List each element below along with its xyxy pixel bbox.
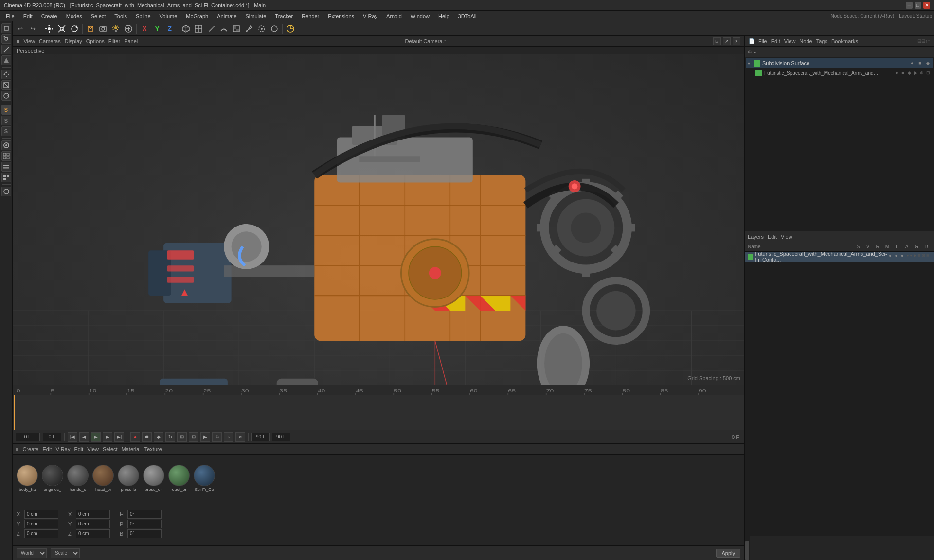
tool-circle[interactable] (1, 187, 11, 196)
menu-render[interactable]: Render (298, 12, 323, 20)
y-position-field[interactable]: 0 cm (24, 520, 58, 528)
icon-move[interactable] (43, 23, 55, 35)
menu-extensions[interactable]: Extensions (324, 12, 358, 20)
end-frame-field-2[interactable]: 90 F (272, 433, 290, 441)
rp-edit[interactable]: Edit (771, 38, 780, 44)
scrollbar-thumb[interactable] (745, 541, 749, 560)
maximize-button[interactable]: □ (915, 2, 921, 9)
icon-xaxis[interactable]: X (139, 23, 150, 35)
mat-view[interactable]: View (87, 446, 99, 452)
b-field[interactable]: 0° (127, 529, 162, 538)
menu-file[interactable]: File (2, 12, 18, 20)
layer-r-icon[interactable]: ● (899, 253, 905, 260)
layer-s-icon[interactable]: ● (887, 253, 893, 260)
redo-button[interactable]: ↪ (27, 23, 39, 35)
mat-select[interactable]: Select (103, 446, 118, 452)
tool-s3[interactable]: S (1, 126, 11, 136)
mat-create[interactable]: Create (22, 446, 38, 452)
icon-add[interactable] (123, 23, 134, 35)
material-press1[interactable]: press.la (118, 465, 139, 492)
icon-box[interactable] (180, 23, 192, 35)
tool-ring[interactable] (1, 140, 11, 150)
vp-expand[interactable]: ↗ (723, 37, 731, 45)
layers-view[interactable]: View (781, 234, 792, 240)
menu-vray[interactable]: V-Ray (359, 12, 381, 20)
mat-edit[interactable]: Edit (42, 446, 52, 452)
icon-camera[interactable] (97, 23, 109, 35)
next-frame-button[interactable]: ▶ (103, 432, 112, 442)
icon-scale[interactable] (56, 23, 68, 35)
icon-knife[interactable] (205, 23, 217, 35)
ss-icon-1[interactable]: ● (909, 61, 916, 66)
tool-s[interactable]: S (1, 105, 11, 115)
vp-view[interactable]: View (23, 38, 35, 44)
tool-edge-mode[interactable] (1, 45, 11, 54)
menu-simulate[interactable]: Simulate (242, 12, 270, 20)
icon-render-preview[interactable] (285, 23, 296, 35)
tool-point-mode[interactable] (1, 34, 11, 44)
icon-light[interactable] (110, 23, 122, 35)
tool-polygon-mode[interactable] (1, 55, 11, 65)
icon-yaxis[interactable]: Y (151, 23, 163, 35)
rewind-button[interactable]: |◀ (68, 432, 77, 442)
right-scrollbar[interactable] (745, 536, 750, 560)
material-react[interactable]: react_en (168, 465, 190, 492)
menu-volume[interactable]: Volume (156, 12, 181, 20)
undo-button[interactable]: ↩ (15, 23, 26, 35)
menu-edit[interactable]: Edit (19, 12, 36, 20)
vp-close[interactable]: ✕ (733, 37, 740, 45)
tool-layers[interactable] (1, 162, 11, 172)
tool-s2[interactable]: S (1, 116, 11, 125)
rp-tags[interactable]: Tags (816, 38, 827, 44)
end-frame-field[interactable]: 90 F (251, 433, 270, 441)
material-head[interactable]: head_bi (92, 465, 114, 492)
icon-paint[interactable] (243, 23, 255, 35)
menu-window[interactable]: Window (407, 12, 433, 20)
keyframe-button[interactable]: ◆ (154, 432, 163, 442)
z-position-field[interactable]: 0 cm (24, 529, 58, 538)
loop-button[interactable]: ↻ (165, 432, 175, 442)
icon-texture[interactable] (231, 23, 242, 35)
apply-button[interactable]: Apply (716, 549, 740, 558)
auto-key-button[interactable]: ⏺ (142, 432, 152, 442)
subdivision-surface-item[interactable]: ▾ Subdivision Surface ● ■ ◆ (746, 58, 933, 68)
ss-icon-3[interactable]: ◆ (924, 61, 931, 66)
mat-texture[interactable]: Texture (144, 446, 162, 452)
more-btn-3[interactable]: ▶ (200, 432, 210, 442)
layer-v-icon[interactable]: ● (893, 253, 899, 260)
icon-null[interactable] (85, 23, 96, 35)
icon-mesh[interactable] (193, 23, 204, 35)
rp-scene-icon[interactable]: ⊕ (748, 49, 752, 54)
icon-rotate[interactable] (69, 23, 80, 35)
menu-help[interactable]: Help (434, 12, 453, 20)
rp-scene-expand[interactable]: ▸ (754, 49, 756, 54)
mat-edit2[interactable]: Edit (74, 446, 83, 452)
sound-btn[interactable]: ♪ (224, 432, 234, 442)
vp-frame-all[interactable]: ⊡ (713, 37, 721, 45)
rp-node[interactable]: Node (799, 38, 812, 44)
material-engines[interactable]: engines_ (42, 465, 63, 492)
forward-button[interactable]: ▶| (114, 432, 124, 442)
layers-label[interactable]: Layers (748, 234, 764, 240)
material-scifi[interactable]: Sci-Fi_Co (194, 465, 215, 492)
rp-bookmarks[interactable]: Bookmarks (831, 38, 858, 44)
x-position-field[interactable]: 0 cm (24, 510, 58, 519)
motion-btn[interactable]: ≈ (235, 432, 245, 442)
record-button[interactable]: ● (130, 432, 140, 442)
rp-file[interactable]: File (758, 38, 767, 44)
timeline-ruler[interactable]: 0 5 10 15 20 25 30 35 40 45 50 (13, 385, 744, 395)
vp-panel[interactable]: Panel (124, 38, 138, 44)
icon-morph[interactable] (269, 23, 280, 35)
tool-grid2[interactable] (1, 173, 11, 182)
material-press2[interactable]: press_en (143, 465, 164, 492)
menu-3dtoall[interactable]: 3DToAll (454, 12, 481, 20)
menu-mograph[interactable]: MoGraph (182, 12, 212, 20)
mat-vray[interactable]: V-Ray (55, 446, 70, 452)
timeline-track[interactable] (13, 395, 744, 430)
icon-deform[interactable] (218, 23, 230, 35)
mat-toolbar-icon[interactable]: ≡ (16, 446, 18, 452)
vp-filter[interactable]: Filter (108, 38, 120, 44)
layers-edit[interactable]: Edit (768, 234, 777, 240)
more-btn-4[interactable]: ⊕ (212, 432, 222, 442)
spacecraft-object-item[interactable]: Futuristic_Spacecraft_with_Mechanical_Ar… (746, 68, 933, 78)
